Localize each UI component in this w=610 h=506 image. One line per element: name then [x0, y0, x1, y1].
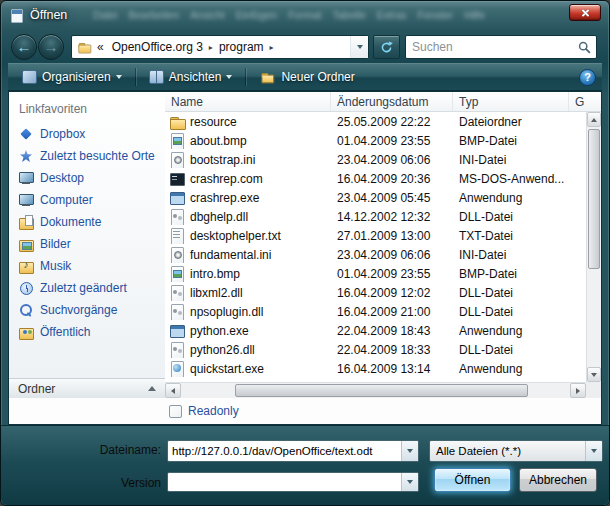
version-dropdown-button[interactable]: [401, 473, 418, 491]
readonly-checkbox[interactable]: [169, 405, 182, 418]
cancel-button[interactable]: Abbrechen: [519, 468, 597, 492]
sidebar-item[interactable]: Zuletzt geändert: [9, 277, 165, 299]
file-name-cell: python.exe: [165, 323, 331, 339]
address-dropdown-button[interactable]: [350, 36, 368, 58]
sidebar-item[interactable]: Computer: [9, 189, 165, 211]
sidebar-item[interactable]: Bilder: [9, 233, 165, 255]
vertical-scrollbar[interactable]: [586, 112, 601, 382]
filename-input[interactable]: [168, 441, 401, 461]
column-header-size[interactable]: G: [569, 92, 601, 111]
sidebar-item[interactable]: Desktop: [9, 167, 165, 189]
current-folder-icon: [78, 41, 91, 54]
background-menu-item: Fenster: [418, 9, 454, 21]
readonly-label[interactable]: Readonly: [188, 404, 239, 418]
file-row[interactable]: python26.dll 22.04.2009 18:33 DLL-Datei: [165, 340, 586, 359]
filetype-dropdown-button[interactable]: [585, 441, 602, 461]
scroll-right-button[interactable]: [570, 383, 586, 398]
folders-expander[interactable]: Ordner: [9, 378, 165, 398]
file-row[interactable]: intro.bmp 01.04.2009 23:55 BMP-Datei: [165, 264, 586, 283]
file-row[interactable]: about.bmp 01.04.2009 23:55 BMP-Datei: [165, 131, 586, 150]
scrollbar-corner: [586, 382, 601, 398]
column-header-name[interactable]: Name: [165, 92, 331, 111]
address-bar[interactable]: « OpenOffice.org 3▸program▸: [71, 35, 369, 59]
file-row[interactable]: resource 25.05.2009 22:22 Dateiordner: [165, 112, 586, 131]
new-folder-button[interactable]: Neuer Ordner: [251, 66, 362, 88]
file-row[interactable]: libxml2.dll 16.04.2009 12:02 DLL-Datei: [165, 283, 586, 302]
column-header-type[interactable]: Typ: [453, 92, 569, 111]
views-button[interactable]: Ansichten: [141, 67, 241, 87]
file-type: INI-Datei: [453, 248, 569, 262]
file-type: DLL-Datei: [453, 286, 569, 300]
file-name: desktophelper.txt: [190, 229, 281, 243]
sidebar-item[interactable]: Dropbox: [9, 123, 165, 145]
file-row[interactable]: npsoplugin.dll 16.04.2009 21:00 DLL-Date…: [165, 302, 586, 321]
file-icon: [169, 114, 185, 130]
close-button[interactable]: [569, 4, 601, 21]
search-input[interactable]: [406, 40, 578, 54]
scroll-down-button[interactable]: [587, 367, 601, 382]
open-button[interactable]: Öffnen: [434, 468, 511, 492]
breadcrumb-separator-icon[interactable]: ▸: [207, 43, 215, 52]
forward-button[interactable]: →: [38, 34, 64, 60]
sidebar-item[interactable]: Öffentlich: [9, 321, 165, 343]
sidebar-item[interactable]: Dokumente: [9, 211, 165, 233]
version-value: [168, 473, 401, 491]
sidebar-item-icon: [18, 324, 34, 340]
file-name-cell: intro.bmp: [165, 266, 331, 282]
file-row[interactable]: dbghelp.dll 14.12.2002 12:32 DLL-Datei: [165, 207, 586, 226]
filename-dropdown-button[interactable]: [401, 441, 418, 461]
organize-label: Organisieren: [42, 70, 111, 84]
file-row[interactable]: python.exe 22.04.2009 18:43 Anwendung: [165, 321, 586, 340]
file-name-cell: libxml2.dll: [165, 285, 331, 301]
refresh-button[interactable]: [373, 35, 400, 59]
horizontal-scrollbar[interactable]: [165, 382, 586, 398]
file-row[interactable]: quickstart.exe 16.04.2009 13:14 Anwendun…: [165, 359, 586, 378]
breadcrumb-item[interactable]: program: [215, 40, 268, 54]
filename-combobox: [167, 440, 419, 462]
horizontal-scroll-thumb[interactable]: [235, 384, 528, 397]
sidebar-item[interactable]: Zuletzt besuchte Orte: [9, 145, 165, 167]
search-icon[interactable]: [578, 41, 591, 54]
breadcrumb-overflow-chevron[interactable]: «: [93, 40, 108, 54]
file-icon: [169, 304, 185, 320]
file-name: fundamental.ini: [190, 248, 271, 262]
version-label: Version: [1, 476, 161, 490]
background-menu-item: Hilfe: [464, 9, 485, 21]
scroll-left-button[interactable]: [165, 383, 181, 398]
close-icon: [581, 8, 590, 17]
file-date: 23.04.2009 05:45: [331, 191, 453, 205]
filetype-value: Alle Dateien (*.*): [430, 441, 585, 461]
back-button[interactable]: ←: [11, 34, 37, 60]
file-row[interactable]: crashrep.exe 23.04.2009 05:45 Anwendung: [165, 188, 586, 207]
breadcrumb-item[interactable]: OpenOffice.org 3: [108, 40, 207, 54]
file-date: 22.04.2009 18:33: [331, 343, 453, 357]
triangle-right-icon: [576, 388, 580, 394]
file-row[interactable]: crashrep.com 16.04.2009 20:36 MS-DOS-Anw…: [165, 169, 586, 188]
file-row[interactable]: desktophelper.txt 27.01.2009 13:00 TXT-D…: [165, 226, 586, 245]
help-button[interactable]: ?: [579, 69, 596, 86]
breadcrumb-separator-icon[interactable]: ▸: [268, 43, 276, 52]
organize-button[interactable]: Organisieren: [14, 67, 130, 87]
views-label: Ansichten: [169, 70, 222, 84]
titlebar[interactable]: DateiBearbeitenAnsichtEinfügenFormatTabe…: [1, 1, 609, 31]
file-icon: [169, 190, 185, 206]
filetype-select[interactable]: Alle Dateien (*.*): [429, 440, 603, 462]
file-name-cell: resource: [165, 114, 331, 130]
file-name-cell: fundamental.ini: [165, 247, 331, 263]
file-icon: [169, 152, 185, 168]
sidebar-item-label: Zuletzt besuchte Orte: [40, 149, 155, 163]
sidebar-item-label: Bilder: [40, 237, 71, 251]
sidebar-item[interactable]: Musik: [9, 255, 165, 277]
file-row[interactable]: bootstrap.ini 23.04.2009 06:06 INI-Datei: [165, 150, 586, 169]
sidebar-item[interactable]: Suchvorgänge: [9, 299, 165, 321]
dialog-icon: [11, 9, 23, 23]
search-box: [405, 35, 597, 59]
version-select[interactable]: [167, 472, 419, 492]
sidebar-item-label: Dropbox: [40, 127, 85, 141]
back-arrow-icon: ←: [17, 39, 32, 54]
file-name: resource: [190, 115, 237, 129]
column-header-date[interactable]: Änderungsdatum: [331, 92, 453, 111]
vertical-scroll-thumb[interactable]: [588, 129, 600, 269]
scroll-up-button[interactable]: [587, 112, 601, 127]
file-row[interactable]: fundamental.ini 23.04.2009 06:06 INI-Dat…: [165, 245, 586, 264]
